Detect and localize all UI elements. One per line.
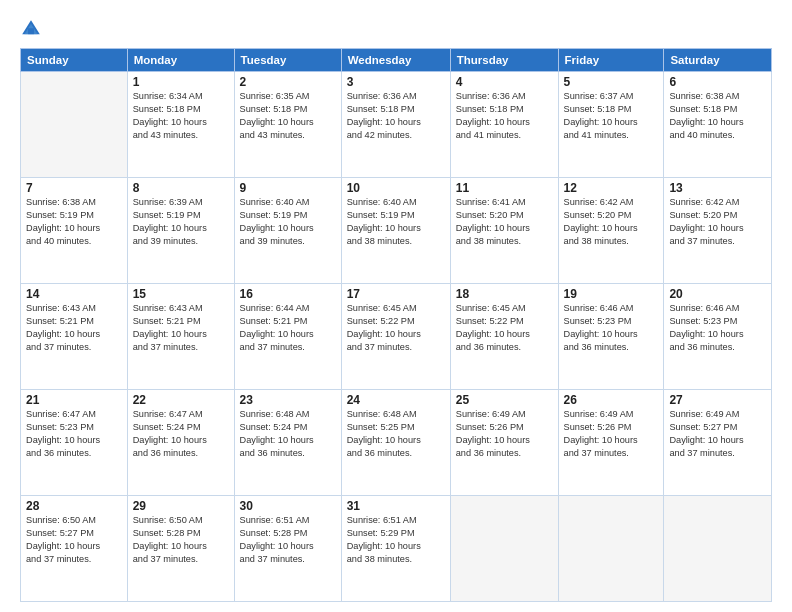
day-info: Sunrise: 6:38 AM Sunset: 5:18 PM Dayligh… bbox=[669, 90, 766, 142]
calendar-header-sunday: Sunday bbox=[21, 49, 128, 72]
calendar-cell: 24Sunrise: 6:48 AM Sunset: 5:25 PM Dayli… bbox=[341, 390, 450, 496]
calendar-cell bbox=[664, 496, 772, 602]
day-info: Sunrise: 6:40 AM Sunset: 5:19 PM Dayligh… bbox=[347, 196, 445, 248]
day-number: 6 bbox=[669, 75, 766, 89]
day-info: Sunrise: 6:50 AM Sunset: 5:28 PM Dayligh… bbox=[133, 514, 229, 566]
day-number: 7 bbox=[26, 181, 122, 195]
calendar-cell bbox=[21, 72, 128, 178]
day-number: 19 bbox=[564, 287, 659, 301]
day-info: Sunrise: 6:51 AM Sunset: 5:28 PM Dayligh… bbox=[240, 514, 336, 566]
day-info: Sunrise: 6:34 AM Sunset: 5:18 PM Dayligh… bbox=[133, 90, 229, 142]
calendar-header-row: SundayMondayTuesdayWednesdayThursdayFrid… bbox=[21, 49, 772, 72]
calendar-cell: 25Sunrise: 6:49 AM Sunset: 5:26 PM Dayli… bbox=[450, 390, 558, 496]
page: SundayMondayTuesdayWednesdayThursdayFrid… bbox=[0, 0, 792, 612]
day-info: Sunrise: 6:44 AM Sunset: 5:21 PM Dayligh… bbox=[240, 302, 336, 354]
calendar-cell: 19Sunrise: 6:46 AM Sunset: 5:23 PM Dayli… bbox=[558, 284, 664, 390]
calendar-cell: 23Sunrise: 6:48 AM Sunset: 5:24 PM Dayli… bbox=[234, 390, 341, 496]
day-info: Sunrise: 6:49 AM Sunset: 5:26 PM Dayligh… bbox=[456, 408, 553, 460]
calendar-cell: 30Sunrise: 6:51 AM Sunset: 5:28 PM Dayli… bbox=[234, 496, 341, 602]
calendar-cell: 28Sunrise: 6:50 AM Sunset: 5:27 PM Dayli… bbox=[21, 496, 128, 602]
day-number: 2 bbox=[240, 75, 336, 89]
day-number: 26 bbox=[564, 393, 659, 407]
calendar-week-2: 14Sunrise: 6:43 AM Sunset: 5:21 PM Dayli… bbox=[21, 284, 772, 390]
day-number: 18 bbox=[456, 287, 553, 301]
day-info: Sunrise: 6:45 AM Sunset: 5:22 PM Dayligh… bbox=[347, 302, 445, 354]
day-info: Sunrise: 6:46 AM Sunset: 5:23 PM Dayligh… bbox=[564, 302, 659, 354]
day-number: 11 bbox=[456, 181, 553, 195]
calendar-cell: 12Sunrise: 6:42 AM Sunset: 5:20 PM Dayli… bbox=[558, 178, 664, 284]
day-number: 15 bbox=[133, 287, 229, 301]
calendar-cell: 2Sunrise: 6:35 AM Sunset: 5:18 PM Daylig… bbox=[234, 72, 341, 178]
day-info: Sunrise: 6:36 AM Sunset: 5:18 PM Dayligh… bbox=[456, 90, 553, 142]
calendar-cell: 31Sunrise: 6:51 AM Sunset: 5:29 PM Dayli… bbox=[341, 496, 450, 602]
calendar-cell: 3Sunrise: 6:36 AM Sunset: 5:18 PM Daylig… bbox=[341, 72, 450, 178]
calendar-cell: 15Sunrise: 6:43 AM Sunset: 5:21 PM Dayli… bbox=[127, 284, 234, 390]
calendar-cell: 5Sunrise: 6:37 AM Sunset: 5:18 PM Daylig… bbox=[558, 72, 664, 178]
header bbox=[20, 18, 772, 40]
day-number: 27 bbox=[669, 393, 766, 407]
day-number: 3 bbox=[347, 75, 445, 89]
calendar-cell: 21Sunrise: 6:47 AM Sunset: 5:23 PM Dayli… bbox=[21, 390, 128, 496]
day-number: 25 bbox=[456, 393, 553, 407]
calendar-cell: 8Sunrise: 6:39 AM Sunset: 5:19 PM Daylig… bbox=[127, 178, 234, 284]
day-info: Sunrise: 6:42 AM Sunset: 5:20 PM Dayligh… bbox=[564, 196, 659, 248]
day-info: Sunrise: 6:43 AM Sunset: 5:21 PM Dayligh… bbox=[26, 302, 122, 354]
day-info: Sunrise: 6:49 AM Sunset: 5:27 PM Dayligh… bbox=[669, 408, 766, 460]
day-number: 16 bbox=[240, 287, 336, 301]
day-number: 4 bbox=[456, 75, 553, 89]
logo bbox=[20, 18, 45, 40]
day-number: 5 bbox=[564, 75, 659, 89]
calendar-cell: 13Sunrise: 6:42 AM Sunset: 5:20 PM Dayli… bbox=[664, 178, 772, 284]
day-info: Sunrise: 6:47 AM Sunset: 5:23 PM Dayligh… bbox=[26, 408, 122, 460]
calendar-cell: 9Sunrise: 6:40 AM Sunset: 5:19 PM Daylig… bbox=[234, 178, 341, 284]
day-number: 28 bbox=[26, 499, 122, 513]
day-number: 30 bbox=[240, 499, 336, 513]
day-info: Sunrise: 6:48 AM Sunset: 5:25 PM Dayligh… bbox=[347, 408, 445, 460]
calendar-cell: 6Sunrise: 6:38 AM Sunset: 5:18 PM Daylig… bbox=[664, 72, 772, 178]
calendar-week-0: 1Sunrise: 6:34 AM Sunset: 5:18 PM Daylig… bbox=[21, 72, 772, 178]
calendar-cell: 11Sunrise: 6:41 AM Sunset: 5:20 PM Dayli… bbox=[450, 178, 558, 284]
calendar-cell: 17Sunrise: 6:45 AM Sunset: 5:22 PM Dayli… bbox=[341, 284, 450, 390]
day-number: 17 bbox=[347, 287, 445, 301]
day-info: Sunrise: 6:39 AM Sunset: 5:19 PM Dayligh… bbox=[133, 196, 229, 248]
day-info: Sunrise: 6:40 AM Sunset: 5:19 PM Dayligh… bbox=[240, 196, 336, 248]
day-number: 24 bbox=[347, 393, 445, 407]
calendar-header-saturday: Saturday bbox=[664, 49, 772, 72]
calendar-cell: 1Sunrise: 6:34 AM Sunset: 5:18 PM Daylig… bbox=[127, 72, 234, 178]
logo-icon bbox=[20, 18, 42, 40]
day-info: Sunrise: 6:38 AM Sunset: 5:19 PM Dayligh… bbox=[26, 196, 122, 248]
calendar-cell: 10Sunrise: 6:40 AM Sunset: 5:19 PM Dayli… bbox=[341, 178, 450, 284]
day-number: 1 bbox=[133, 75, 229, 89]
calendar-cell: 7Sunrise: 6:38 AM Sunset: 5:19 PM Daylig… bbox=[21, 178, 128, 284]
day-info: Sunrise: 6:48 AM Sunset: 5:24 PM Dayligh… bbox=[240, 408, 336, 460]
day-number: 12 bbox=[564, 181, 659, 195]
calendar-cell: 18Sunrise: 6:45 AM Sunset: 5:22 PM Dayli… bbox=[450, 284, 558, 390]
day-info: Sunrise: 6:42 AM Sunset: 5:20 PM Dayligh… bbox=[669, 196, 766, 248]
day-info: Sunrise: 6:35 AM Sunset: 5:18 PM Dayligh… bbox=[240, 90, 336, 142]
day-number: 29 bbox=[133, 499, 229, 513]
day-number: 23 bbox=[240, 393, 336, 407]
calendar-week-3: 21Sunrise: 6:47 AM Sunset: 5:23 PM Dayli… bbox=[21, 390, 772, 496]
day-info: Sunrise: 6:47 AM Sunset: 5:24 PM Dayligh… bbox=[133, 408, 229, 460]
calendar-cell: 27Sunrise: 6:49 AM Sunset: 5:27 PM Dayli… bbox=[664, 390, 772, 496]
calendar-week-1: 7Sunrise: 6:38 AM Sunset: 5:19 PM Daylig… bbox=[21, 178, 772, 284]
day-info: Sunrise: 6:45 AM Sunset: 5:22 PM Dayligh… bbox=[456, 302, 553, 354]
calendar-cell bbox=[558, 496, 664, 602]
calendar-header-wednesday: Wednesday bbox=[341, 49, 450, 72]
calendar-cell: 26Sunrise: 6:49 AM Sunset: 5:26 PM Dayli… bbox=[558, 390, 664, 496]
calendar-header-friday: Friday bbox=[558, 49, 664, 72]
day-info: Sunrise: 6:49 AM Sunset: 5:26 PM Dayligh… bbox=[564, 408, 659, 460]
calendar-week-4: 28Sunrise: 6:50 AM Sunset: 5:27 PM Dayli… bbox=[21, 496, 772, 602]
day-number: 20 bbox=[669, 287, 766, 301]
calendar-header-tuesday: Tuesday bbox=[234, 49, 341, 72]
day-number: 31 bbox=[347, 499, 445, 513]
calendar-cell: 4Sunrise: 6:36 AM Sunset: 5:18 PM Daylig… bbox=[450, 72, 558, 178]
day-info: Sunrise: 6:50 AM Sunset: 5:27 PM Dayligh… bbox=[26, 514, 122, 566]
day-info: Sunrise: 6:46 AM Sunset: 5:23 PM Dayligh… bbox=[669, 302, 766, 354]
day-info: Sunrise: 6:41 AM Sunset: 5:20 PM Dayligh… bbox=[456, 196, 553, 248]
calendar-cell: 16Sunrise: 6:44 AM Sunset: 5:21 PM Dayli… bbox=[234, 284, 341, 390]
day-number: 8 bbox=[133, 181, 229, 195]
day-info: Sunrise: 6:36 AM Sunset: 5:18 PM Dayligh… bbox=[347, 90, 445, 142]
svg-rect-2 bbox=[28, 28, 34, 34]
day-number: 21 bbox=[26, 393, 122, 407]
